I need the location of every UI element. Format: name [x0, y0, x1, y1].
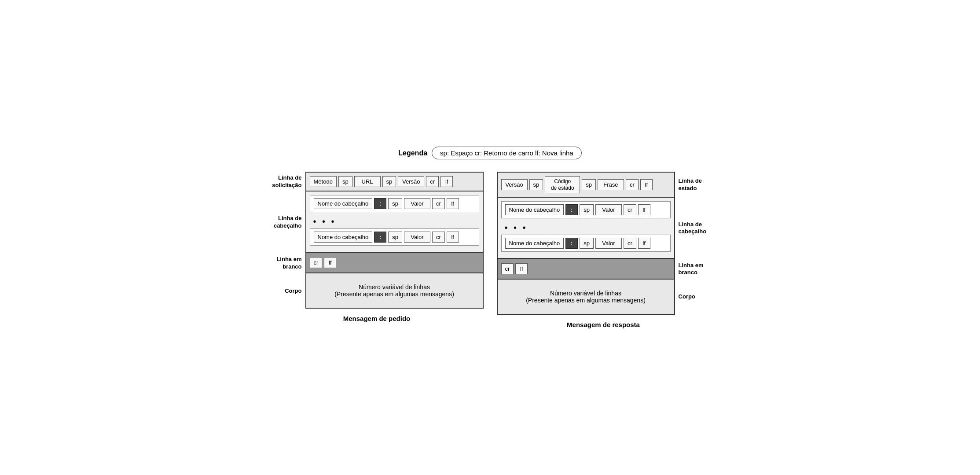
token-lf-h1: lf — [447, 198, 459, 209]
request-line-row: Linha desolicitação Método sp URL sp Ver… — [270, 172, 484, 191]
response-header-row-1: Nome do cabeçalho : sp Valor cr lf — [501, 201, 671, 218]
token-cr-h2: cr — [432, 232, 445, 243]
token-lf-r: lf — [640, 179, 653, 190]
page-container: Legenda sp: Espaço cr: Retorno de carro … — [270, 147, 710, 328]
token-r-valor-2: Valor — [595, 238, 622, 249]
blank-line-tokens: cr lf — [310, 257, 337, 268]
header-line-content: Nome do cabeçalho : sp Valor cr lf • • • — [305, 191, 484, 253]
header-row-1: Nome do cabeçalho : sp Valor cr lf — [310, 195, 479, 212]
request-line-label: Linha desolicitação — [270, 172, 305, 191]
legend: Legenda sp: Espaço cr: Retorno de carro … — [270, 147, 710, 159]
token-nome-cabecalho-2: Nome do cabeçalho — [314, 232, 373, 243]
token-cr-h1: cr — [432, 198, 445, 209]
response-body-row: Número variável de linhas (Presente apen… — [497, 280, 710, 315]
header-row-2: Nome do cabeçalho : sp Valor cr lf — [310, 228, 479, 246]
token-cr: cr — [426, 176, 439, 187]
token-cr-blank: cr — [310, 257, 323, 268]
token-frase: Frase — [598, 179, 624, 190]
response-header-line-label: Linha decabeçalho — [675, 198, 710, 259]
response-header-line-content: Nome do cabeçalho : sp Valor cr lf • • • — [497, 198, 675, 259]
request-column-title: Mensagem de pedido — [270, 315, 484, 322]
token-r-colon-2: : — [565, 238, 578, 249]
token-lf-blank: lf — [324, 257, 336, 268]
response-header-dots: • • • — [501, 221, 671, 235]
body-content: Número variável de linhas (Presente apen… — [305, 273, 484, 309]
body-text: Número variável de linhas (Presente apen… — [334, 284, 454, 298]
token-r-valor-1: Valor — [595, 204, 622, 215]
header-row-2-tokens: Nome do cabeçalho : sp Valor cr lf — [314, 232, 475, 243]
token-lf: lf — [440, 176, 453, 187]
token-sp2: sp — [382, 176, 396, 187]
token-r-sp-h2: sp — [580, 238, 594, 249]
token-sp-r2: sp — [582, 179, 596, 190]
token-colon-2: : — [374, 232, 386, 243]
body-label: Corpo — [270, 273, 305, 309]
token-lf-h2: lf — [447, 232, 459, 243]
blank-line-label: Linha embranco — [270, 253, 305, 273]
body-row: Corpo Número variável de linhas (Present… — [270, 273, 484, 309]
response-column: Versão sp Códigode estado sp Frase cr lf… — [497, 172, 710, 328]
token-r-cr-blank: cr — [501, 263, 514, 274]
token-nome-cabecalho-1: Nome do cabeçalho — [314, 198, 373, 209]
token-r-lf-h1: lf — [638, 204, 650, 215]
response-blank-line-content: cr lf — [497, 259, 675, 280]
messages-container: Linha desolicitação Método sp URL sp Ver… — [270, 172, 710, 328]
token-valor-2: Valor — [404, 232, 430, 243]
token-r-nome-cabecalho-1: Nome do cabeçalho — [505, 204, 564, 215]
token-r-cr-h2: cr — [624, 238, 636, 249]
response-body-text: Número variável de linhas (Presente apen… — [526, 290, 646, 304]
response-blank-line-tokens: cr lf — [501, 263, 528, 274]
token-r-lf-h2: lf — [638, 238, 650, 249]
header-dots: • • • — [310, 215, 479, 228]
legend-label: Legenda — [398, 149, 427, 157]
token-r-lf-blank: lf — [515, 263, 528, 274]
token-sp1: sp — [338, 176, 352, 187]
legend-box: sp: Espaço cr: Retorno de carro lf: Nova… — [432, 147, 582, 159]
status-line-row: Versão sp Códigode estado sp Frase cr lf… — [497, 172, 710, 198]
header-line-row: Linha decabeçalho Nome do cabeçalho : sp… — [270, 191, 484, 253]
token-r-colon-1: : — [565, 204, 578, 215]
token-r-cr-h1: cr — [624, 204, 636, 215]
response-header-row-2: Nome do cabeçalho : sp Valor cr lf — [501, 235, 671, 252]
response-column-title: Mensagem de resposta — [497, 321, 710, 328]
token-url: URL — [354, 176, 381, 187]
status-line-tokens: Versão sp Códigode estado sp Frase cr lf — [501, 176, 671, 193]
token-r-sp-h1: sp — [580, 204, 594, 215]
blank-line-row: Linha embranco cr lf — [270, 253, 484, 273]
request-column: Linha desolicitação Método sp URL sp Ver… — [270, 172, 484, 328]
status-line-label: Linha deestado — [675, 172, 710, 198]
token-sp-h1: sp — [388, 198, 402, 209]
token-cr-r: cr — [626, 179, 639, 190]
response-blank-line-label: Linha embranco — [675, 259, 710, 280]
response-body-content: Número variável de linhas (Presente apen… — [497, 280, 675, 315]
response-blank-line-row: cr lf Linha embranco — [497, 259, 710, 280]
token-sp-r1: sp — [529, 179, 543, 190]
token-valor-1: Valor — [404, 198, 430, 209]
token-r-nome-cabecalho-2: Nome do cabeçalho — [505, 238, 564, 249]
token-metodo: Método — [310, 176, 337, 187]
token-codigo-estado: Códigode estado — [545, 176, 580, 193]
header-line-label: Linha decabeçalho — [270, 191, 305, 253]
token-colon-1: : — [374, 198, 386, 209]
status-line-content: Versão sp Códigode estado sp Frase cr lf — [497, 172, 675, 198]
response-body-label: Corpo — [675, 280, 710, 315]
response-header-row-1-tokens: Nome do cabeçalho : sp Valor cr lf — [505, 204, 667, 215]
token-versao: Versão — [398, 176, 424, 187]
request-line-tokens: Método sp URL sp Versão cr lf — [310, 176, 479, 187]
request-line-content: Método sp URL sp Versão cr lf — [305, 172, 484, 191]
blank-line-content: cr lf — [305, 253, 484, 273]
header-row-1-tokens: Nome do cabeçalho : sp Valor cr lf — [314, 198, 475, 209]
response-header-line-row: Nome do cabeçalho : sp Valor cr lf • • • — [497, 198, 710, 259]
response-header-row-2-tokens: Nome do cabeçalho : sp Valor cr lf — [505, 238, 667, 249]
token-versao-r: Versão — [501, 179, 528, 190]
token-sp-h2: sp — [388, 232, 402, 243]
